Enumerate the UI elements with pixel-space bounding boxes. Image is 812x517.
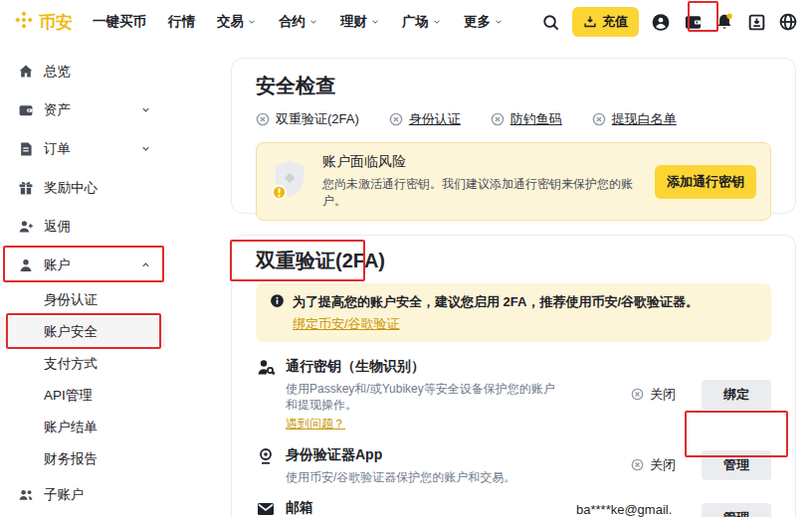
bind-authenticator-link[interactable]: 绑定币安/谷歌验证: [293, 315, 400, 333]
passkey-row: 通行密钥（生物识别） 使用Passkey和/或Yubikey等安全设备保护您的账…: [256, 356, 771, 432]
chevron-up-icon: [140, 259, 151, 270]
nav-square[interactable]: 广场: [402, 13, 442, 31]
header-actions: 充值: [540, 7, 798, 37]
info-icon: [270, 292, 285, 312]
brand-name: 币安: [39, 11, 73, 34]
email-title: 邮箱: [286, 497, 560, 517]
account-risk-banner: 账户面临风险 您尚未激活通行密钥。我们建议添加通行密钥来保护您的账户。 添加通行…: [256, 142, 771, 221]
twofa-tip-banner: 为了提高您的账户安全，建议您启用 2FA，推荐使用币安/谷歌验证器。 绑定币安/…: [256, 283, 771, 342]
sidebar-item-orders[interactable]: 订单: [0, 129, 165, 168]
sidebar: 总览 资产 订单 奖励中心 返佣 账户 身份认证 账户安全 支付方式 API管理: [0, 44, 165, 514]
email-masked-value: ba****ke@gmail.com: [576, 501, 676, 517]
security-check-list: 双重验证(2FA) 身份认证 防钓鱼码 提现白名单: [256, 110, 771, 128]
security-check-title: 安全检查: [256, 73, 771, 98]
sidebar-item-assets[interactable]: 资产: [0, 90, 165, 129]
twofa-card: 双重验证(2FA) 为了提高您的账户安全，建议您启用 2FA，推荐使用币安/谷歌…: [231, 235, 796, 517]
add-passkey-button[interactable]: 添加通行密钥: [655, 165, 756, 199]
passkey-bind-button[interactable]: 绑定: [702, 380, 771, 410]
passkey-help-link[interactable]: 遇到问题？: [286, 416, 345, 432]
passkey-desc: 使用Passkey和/或Yubikey等安全设备保护您的账户和提现操作。: [286, 381, 560, 413]
sidebar-item-identity-verification[interactable]: 身份认证: [0, 284, 165, 316]
search-icon[interactable]: [540, 12, 560, 32]
download-tray-icon: [583, 15, 597, 29]
circle-x-icon: [631, 458, 644, 471]
chevron-down-icon: [308, 17, 318, 27]
wallet-icon[interactable]: [683, 12, 703, 32]
chevron-down-icon: [140, 104, 151, 115]
chevron-down-icon: [432, 17, 442, 27]
sidebar-item-payment-methods[interactable]: 支付方式: [0, 348, 165, 380]
circle-x-icon: [389, 112, 403, 126]
authenticator-desc: 使用币安/谷歌验证器保护您的账户和交易。: [286, 469, 560, 485]
download-app-icon[interactable]: [746, 12, 766, 32]
risk-banner-title: 账户面临风险: [322, 153, 641, 171]
authenticator-status: 关闭: [631, 456, 676, 474]
circle-x-icon: [592, 112, 606, 126]
check-withdrawal-whitelist[interactable]: 提现白名单: [592, 110, 677, 128]
main-nav: 一键买币 行情 交易 合约 理财 广场 更多: [93, 13, 504, 31]
binance-diamond-icon: [14, 10, 34, 34]
check-2fa[interactable]: 双重验证(2FA): [256, 110, 359, 128]
referral-person-plus-icon: [18, 219, 34, 235]
twofa-title: 双重验证(2FA): [256, 248, 771, 273]
passkey-status: 关闭: [631, 386, 676, 404]
email-envelope-icon: [256, 497, 286, 517]
email-row: 邮箱 使用邮箱保护您的账户与交易。 ba****ke@gmail.com 管理: [256, 497, 771, 517]
authenticator-row: 身份验证器App 使用币安/谷歌验证器保护您的账户和交易。 关闭 管理: [256, 444, 771, 485]
nav-earn[interactable]: 理财: [340, 13, 380, 31]
passkey-icon: [256, 356, 286, 382]
risk-banner-desc: 您尚未激活通行密钥。我们建议添加通行密钥来保护您的账户。: [322, 176, 641, 210]
assets-wallet-icon: [18, 102, 34, 118]
deposit-button[interactable]: 充值: [572, 7, 639, 37]
account-security-page: 币安 一键买币 行情 交易 合约 理财 广场 更多 充值: [0, 0, 812, 517]
subaccounts-icon: [18, 487, 34, 503]
nav-buy-crypto[interactable]: 一键买币: [93, 13, 146, 31]
sidebar-item-financial-reports[interactable]: 财务报告: [0, 443, 165, 475]
shield-warning-icon: [271, 159, 308, 205]
authenticator-title: 身份验证器App: [286, 444, 560, 464]
passkey-title: 通行密钥（生物识别）: [286, 356, 560, 376]
top-navbar: 币安 一键买币 行情 交易 合约 理财 广场 更多 充值: [0, 0, 812, 44]
authenticator-icon: [256, 444, 286, 470]
rewards-gift-icon: [18, 180, 34, 196]
check-identity-verification[interactable]: 身份认证: [389, 110, 461, 128]
nav-more[interactable]: 更多: [464, 13, 504, 31]
email-manage-button[interactable]: 管理: [702, 503, 771, 517]
nav-trade[interactable]: 交易: [217, 13, 257, 31]
home-icon: [18, 64, 34, 80]
security-check-card: 安全检查 双重验证(2FA) 身份认证 防钓鱼码 提现白名单: [231, 58, 796, 214]
chevron-down-icon: [140, 143, 151, 154]
circle-x-icon: [491, 112, 505, 126]
chevron-down-icon: [494, 17, 504, 27]
check-antiphishing-code[interactable]: 防钓鱼码: [491, 110, 562, 128]
chevron-down-icon: [247, 17, 257, 27]
sidebar-item-subaccounts[interactable]: 子账户: [0, 475, 165, 514]
account-person-icon: [18, 258, 34, 273]
authenticator-manage-button[interactable]: 管理: [702, 450, 771, 480]
nav-futures[interactable]: 合约: [279, 13, 318, 31]
binance-logo[interactable]: 币安: [14, 10, 73, 34]
sidebar-item-account-security[interactable]: 账户安全: [0, 316, 165, 348]
sidebar-item-api-management[interactable]: API管理: [0, 380, 165, 412]
circle-x-icon: [256, 112, 270, 126]
sidebar-item-rewards[interactable]: 奖励中心: [0, 168, 165, 207]
sidebar-item-referral[interactable]: 返佣: [0, 207, 165, 246]
chevron-down-icon: [370, 17, 380, 27]
sidebar-item-overview[interactable]: 总览: [0, 52, 165, 90]
profile-icon[interactable]: [651, 12, 671, 32]
twofa-tip-text: 为了提高您的账户安全，建议您启用 2FA，推荐使用币安/谷歌验证器。: [293, 294, 699, 309]
notifications-bell-icon[interactable]: [714, 12, 734, 32]
circle-x-icon: [631, 388, 644, 401]
sidebar-item-account[interactable]: 账户: [0, 246, 165, 284]
orders-icon: [18, 141, 34, 157]
nav-markets[interactable]: 行情: [168, 13, 195, 31]
sidebar-item-account-statement[interactable]: 账户结单: [0, 412, 165, 443]
language-globe-icon[interactable]: [778, 12, 798, 32]
